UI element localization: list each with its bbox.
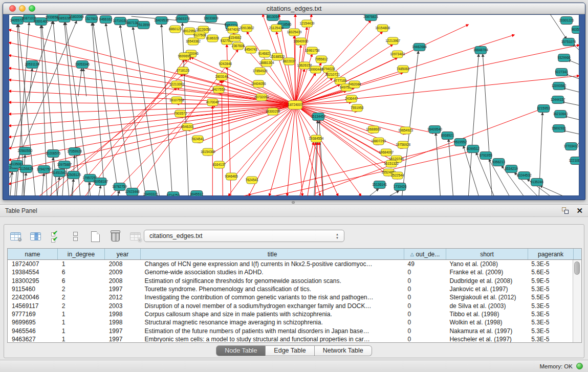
graph-node[interactable]: 8215953	[537, 105, 551, 113]
graph-edge[interactable]	[389, 191, 399, 196]
table-cell[interactable]: 1997	[105, 286, 141, 293]
table-row[interactable]: 946362711997Embryonic stem cells: a mode…	[8, 335, 573, 342]
column-header-title[interactable]: title	[141, 249, 404, 259]
table-cell[interactable]: 0	[404, 311, 446, 318]
table-cell[interactable]: Embryonic stem cells: a model to study s…	[141, 336, 404, 342]
new-column-button[interactable]	[88, 229, 102, 244]
graph-node[interactable]: 16154369	[201, 148, 215, 156]
table-cell[interactable]: 0	[404, 286, 446, 293]
graph-node[interactable]: 16210643	[553, 111, 568, 118]
graph-node[interactable]: 7513559	[137, 21, 150, 29]
graph-node[interactable]: 18300295	[266, 108, 280, 115]
graph-edge[interactable]	[436, 133, 441, 196]
graph-node[interactable]: 12213393	[169, 81, 184, 88]
graph-node[interactable]: 20206576	[46, 150, 60, 158]
table-cell[interactable]: 0	[404, 269, 446, 276]
table-cell[interactable]: Tourette syndrome. Phenomenology and cla…	[141, 286, 404, 293]
table-row[interactable]: 946554611997Estimation of the future num…	[8, 326, 573, 335]
table-cell[interactable]: 5.3E-5	[527, 302, 573, 310]
table-cell[interactable]: 18300295	[8, 277, 58, 285]
graph-node[interactable]: 8186328	[206, 35, 220, 42]
table-cell[interactable]: 1	[58, 260, 105, 268]
graph-node[interactable]: 19462684	[412, 43, 427, 51]
graph-node[interactable]: 12154439	[300, 20, 315, 27]
graph-edge[interactable]	[369, 189, 379, 196]
graph-node[interactable]: 8813054	[266, 14, 279, 21]
graph-node[interactable]: 12444157	[551, 96, 565, 104]
table-cell[interactable]: 0	[404, 327, 446, 335]
table-cell[interactable]: 1	[58, 336, 105, 342]
graph-node[interactable]: 17359928	[67, 148, 82, 156]
graph-node[interactable]: 9146821	[258, 50, 271, 57]
graph-node[interactable]: 20913602	[239, 25, 254, 32]
table-cell[interactable]: 2	[58, 302, 105, 310]
graph-node[interactable]: 8822037	[282, 58, 296, 65]
graph-node[interactable]: 16409540	[427, 126, 442, 134]
graph-edge[interactable]	[563, 130, 579, 134]
table-cell[interactable]: 9463627	[8, 336, 58, 342]
graph-edge[interactable]	[468, 54, 478, 196]
graph-node[interactable]: 12213967	[385, 37, 400, 45]
table-cell[interactable]: 2008	[105, 260, 141, 268]
select-rows-button[interactable]: ✔ ✔	[48, 229, 62, 244]
table-cell[interactable]: 9115460	[8, 286, 58, 293]
graph-node[interactable]: 19756928	[396, 141, 410, 148]
show-columns-button[interactable]	[28, 229, 42, 244]
table-cell[interactable]: Changes of HCN gene expression and I(f) …	[141, 260, 404, 268]
graph-node[interactable]: 9635542	[571, 26, 579, 34]
close-window-icon[interactable]	[9, 5, 16, 12]
close-panel-icon[interactable]: ✕	[576, 207, 583, 214]
table-row[interactable]: 911546021997Tourette syndrome. Phenomeno…	[8, 285, 573, 293]
graph-node[interactable]: 12210645	[569, 157, 579, 165]
graph-edge[interactable]	[161, 25, 172, 196]
table-cell[interactable]: 0	[404, 277, 446, 285]
graph-edge[interactable]	[231, 105, 295, 180]
graph-node[interactable]: 2367608	[232, 42, 245, 50]
graph-node[interactable]: 11156829	[19, 165, 33, 173]
table-cell[interactable]: Stergiakouli et al. (2012)	[445, 294, 527, 301]
graph-node[interactable]: 12942757	[36, 166, 51, 173]
graph-node[interactable]: 16961758	[305, 47, 320, 54]
float-panel-icon[interactable]	[562, 207, 569, 214]
table-row[interactable]: 977716911998Corpus callosum shape and si…	[8, 310, 573, 318]
graph-edge[interactable]	[565, 74, 579, 79]
table-cell[interactable]: 1997	[105, 327, 141, 335]
table-cell[interactable]: Disruption of a novel member of a sodium…	[141, 302, 404, 310]
graph-node[interactable]: 7955812	[315, 56, 328, 63]
table-chooser-select[interactable]: citations_edges.txt ▲▼	[144, 230, 344, 242]
table-cell[interactable]: 49	[404, 260, 446, 268]
table-settings-button[interactable]: ⚙	[8, 229, 23, 244]
table-cell[interactable]: 9777169	[8, 311, 58, 318]
graph-node[interactable]: 2522544	[391, 172, 404, 179]
graph-node[interactable]: 15751074	[561, 38, 576, 46]
graph-node[interactable]: 19654923	[398, 127, 413, 134]
graph-edge[interactable]	[244, 144, 457, 196]
table-row[interactable]: 1872400712008Changes of HCN gene express…	[8, 260, 573, 268]
graph-edge[interactable]	[39, 88, 177, 196]
graph-edge[interactable]	[24, 173, 26, 196]
graph-edge[interactable]	[448, 139, 453, 196]
graph-node[interactable]: 17703410	[564, 143, 579, 150]
table-cell[interactable]: Corpus callosum shape and size in male p…	[141, 311, 404, 318]
graph-node[interactable]: 9777169	[334, 77, 347, 84]
graph-node[interactable]: 18724007	[288, 101, 303, 110]
table-row[interactable]: 1938455462009Genome-wide association stu…	[8, 268, 573, 276]
table-cell[interactable]: Hescheler et al. (1997)	[445, 336, 527, 342]
column-header-out_de[interactable]: △out_de...	[404, 249, 446, 259]
network-graph[interactable]: 1405572420871035206914061933658710853287…	[9, 14, 579, 196]
graph-edge[interactable]	[483, 54, 492, 196]
panel-splitter[interactable]	[0, 200, 588, 204]
graph-node[interactable]: 18474092	[226, 26, 241, 33]
graph-edge[interactable]	[563, 88, 579, 92]
graph-node[interactable]: 19565378	[175, 15, 190, 23]
graph-edge[interactable]	[85, 60, 185, 196]
graph-edge[interactable]	[78, 69, 82, 96]
table-cell[interactable]: 5.3E-5	[527, 327, 573, 335]
delete-column-button[interactable]	[108, 229, 122, 244]
graph-node[interactable]: 16151322	[384, 160, 399, 167]
column-header-name[interactable]: name	[8, 249, 58, 259]
graph-node[interactable]: 16640910	[294, 38, 309, 45]
row-view-button[interactable]	[68, 229, 82, 244]
graph-edge[interactable]	[106, 24, 133, 196]
column-header-pagerank[interactable]: pagerank	[528, 249, 574, 259]
